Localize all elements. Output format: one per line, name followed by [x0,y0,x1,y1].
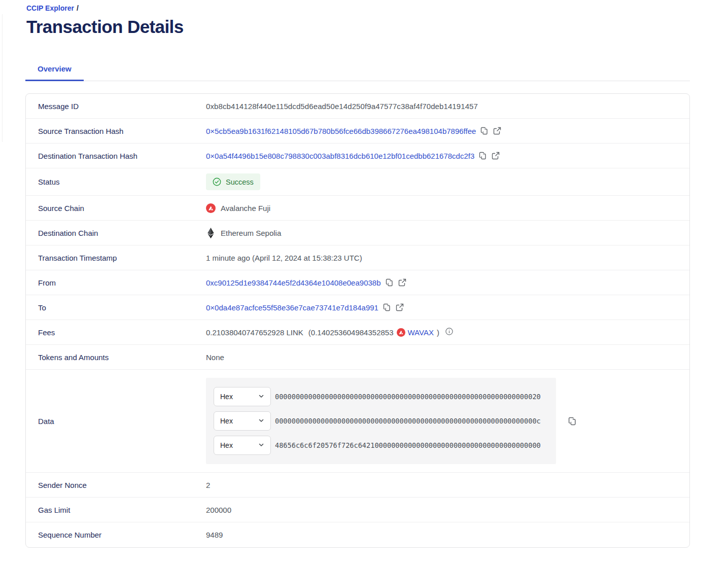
sequence-number-value: 9489 [206,531,677,539]
fees-label: Fees [38,328,206,337]
avalanche-logo-icon [397,328,405,337]
chevron-down-icon [258,393,264,401]
sender-nonce-value: 2 [206,481,677,489]
copy-icon [568,417,577,426]
message-id-label: Message ID [38,102,206,111]
breadcrumb-separator: / [77,4,79,12]
page-edge-line [2,14,3,142]
fees-close-paren: ) [437,328,439,337]
row-status: Status Success [26,168,689,196]
page-title: Transaction Details [25,17,690,37]
data-format-select[interactable]: Hex [214,411,271,431]
timestamp-value: 1 minute ago (April 12, 2024 at 15:38:23… [206,254,677,262]
source-chain-label: Source Chain [38,204,206,213]
sender-nonce-label: Sender Nonce [38,481,206,489]
data-line: Hex 48656c6c6f20576f726c6421000000000000… [214,436,548,455]
info-icon [445,328,453,337]
fees-wavax-prefix: (0.140253604984352853 [308,328,394,337]
data-line: Hex 000000000000000000000000000000000000… [214,387,548,406]
external-link-icon [492,152,500,160]
row-from: From 0xc90125d1e9384744e5f2d4364e10408e0… [26,270,689,295]
transaction-details-card: Message ID 0xb8cb414128f440e115dcd5d6ead… [25,93,690,548]
dest-tx-hash-label: Destination Transaction Hash [38,152,206,160]
source-chain-value: Avalanche Fuji [221,204,270,213]
data-hex-line: 48656c6c6f20576f726c64210000000000000000… [275,441,541,449]
breadcrumb: CCIP Explorer/ [25,4,690,12]
status-badge-text: Success [226,178,254,186]
row-source-tx-hash: Source Transaction Hash 0×5cb5ea9b1631f6… [26,119,689,144]
source-tx-copy-button[interactable] [480,127,489,135]
page-container: CCIP Explorer/ Transaction Details Overv… [0,0,728,548]
gas-limit-label: Gas Limit [38,506,206,514]
data-format-select[interactable]: Hex [214,387,271,406]
data-hex-box: Hex 000000000000000000000000000000000000… [206,378,556,464]
data-format-select-value: Hex [220,441,233,449]
to-external-link-button[interactable] [396,303,404,311]
sequence-number-label: Sequence Number [38,531,206,539]
data-format-select[interactable]: Hex [214,436,271,455]
data-hex-line: 0000000000000000000000000000000000000000… [275,417,541,425]
dest-tx-external-link-button[interactable] [492,152,500,160]
row-fees: Fees 0.21038040747652928 LINK (0.1402536… [26,320,689,345]
source-tx-external-link-button[interactable] [493,127,501,135]
data-format-select-value: Hex [220,417,233,425]
data-format-select-value: Hex [220,393,233,401]
to-address-link[interactable]: 0×0da4e87acfce55f58e36e7cae73741e7d184a9… [206,303,378,312]
from-external-link-button[interactable] [398,278,406,287]
tab-overview[interactable]: Overview [25,59,84,81]
dest-tx-hash-link[interactable]: 0×0a54f4496b15e808c798830c003abf8316dcb6… [206,152,474,160]
row-data: Data Hex 0000000000000000000000000000000… [26,370,689,473]
external-link-icon [398,278,406,287]
ethereum-logo-icon [206,228,216,238]
data-hex-line: 0000000000000000000000000000000000000000… [275,393,541,401]
row-to: To 0×0da4e87acfce55f58e36e7cae73741e7d18… [26,295,689,320]
row-sequence-number: Sequence Number 9489 [26,522,689,547]
source-tx-hash-link[interactable]: 0×5cb5ea9b1631f62148105d67b780b56fce66db… [206,127,476,135]
copy-icon [383,303,391,311]
fees-wavax-label: WAVAX [408,328,434,337]
gas-limit-value: 200000 [206,506,677,514]
check-circle-icon [213,178,221,186]
row-timestamp: Transaction Timestamp 1 minute ago (Apri… [26,245,689,270]
to-copy-button[interactable] [383,303,391,311]
source-tx-hash-label: Source Transaction Hash [38,127,206,135]
row-gas-limit: Gas Limit 200000 [26,498,689,522]
copy-icon [480,127,489,135]
row-sender-nonce: Sender Nonce 2 [26,473,689,498]
row-message-id: Message ID 0xb8cb414128f440e115dcd5d6ead… [26,94,689,119]
fees-info-trigger[interactable] [445,328,453,337]
status-badge: Success [206,173,260,190]
tokens-amounts-label: Tokens and Amounts [38,353,206,362]
to-label: To [38,303,206,312]
fees-link-amount: 0.21038040747652928 LINK [206,328,303,337]
chevron-down-icon [258,417,264,425]
external-link-icon [396,303,404,311]
from-address-link[interactable]: 0xc90125d1e9384744e5f2d4364e10408e0ea903… [206,278,381,287]
fees-wavax-link[interactable]: WAVAX [397,328,434,337]
message-id-value: 0xb8cb414128f440e115dcd5d6ead50e14d250f9… [206,102,677,111]
data-label: Data [38,417,206,426]
dest-chain-value: Ethereum Sepolia [221,229,281,237]
dest-chain-label: Destination Chain [38,229,206,237]
row-dest-chain: Destination Chain Ethereum Sepolia [26,221,689,245]
tokens-amounts-value: None [206,353,677,362]
row-dest-tx-hash: Destination Transaction Hash 0×0a54f4496… [26,144,689,168]
external-link-icon [493,127,501,135]
data-line: Hex 000000000000000000000000000000000000… [214,411,548,431]
breadcrumb-ccip-explorer-link[interactable]: CCIP Explorer [26,4,74,12]
tab-bar: Overview [25,59,690,81]
chevron-down-icon [258,441,264,449]
from-copy-button[interactable] [386,278,394,287]
data-copy-button[interactable] [568,417,577,426]
avalanche-logo-icon [206,203,216,213]
row-source-chain: Source Chain Avalanche Fuji [26,196,689,221]
row-tokens-amounts: Tokens and Amounts None [26,345,689,370]
copy-icon [386,278,394,287]
timestamp-label: Transaction Timestamp [38,254,206,262]
copy-icon [479,152,487,160]
dest-tx-copy-button[interactable] [479,152,487,160]
from-label: From [38,278,206,287]
status-label: Status [38,178,206,186]
